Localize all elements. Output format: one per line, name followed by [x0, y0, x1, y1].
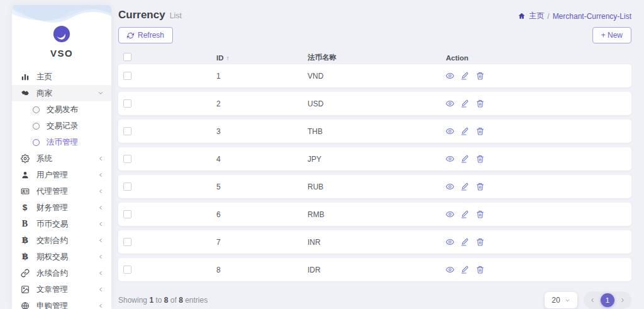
view-icon[interactable] [446, 72, 454, 80]
table-row: 5RUB [118, 175, 631, 198]
bitcoin-icon: ฿ [19, 236, 30, 245]
new-button[interactable]: + New [592, 27, 631, 43]
row-checkbox[interactable] [123, 210, 131, 218]
refresh-label: Refresh [138, 31, 164, 40]
row-currency-cell: VND [304, 72, 442, 81]
edit-icon[interactable] [461, 238, 469, 246]
logo-icon [53, 25, 70, 43]
sort-asc-icon: ↑ [226, 54, 230, 62]
page-subtitle: List [170, 11, 182, 20]
sidebar-item-finance-manage[interactable]: $财务管理 [12, 199, 111, 216]
refresh-button[interactable]: Refresh [118, 27, 173, 43]
sidebar-item-spot-trade[interactable]: B币币交易 [12, 216, 111, 232]
view-icon[interactable] [446, 127, 454, 135]
page-size-select[interactable]: 20 [545, 292, 577, 308]
sidebar-item-options-trade[interactable]: ฿期权交易 [12, 249, 111, 265]
table-header: ID↑ 法币名称 Action [118, 51, 631, 64]
delete-icon[interactable] [476, 155, 484, 163]
page-controls: 1 [584, 291, 631, 309]
dollar-icon: $ [19, 203, 30, 212]
edit-icon[interactable] [461, 72, 469, 80]
row-id-cell: 2 [213, 99, 304, 108]
view-icon[interactable] [446, 266, 454, 274]
prev-page-button[interactable] [586, 294, 599, 306]
page-size-value: 20 [552, 296, 560, 305]
sidebar-item-system[interactable]: 系统 [12, 150, 111, 167]
breadcrumb-home[interactable]: 主页 [529, 11, 544, 21]
table-row: 2USD [118, 92, 631, 115]
delete-icon[interactable] [476, 266, 484, 274]
sidebar: VSO 主页商家交易发布交易记录法币管理系统用户管理代理管理$财务管理B币币交易… [12, 5, 111, 309]
edit-icon[interactable] [461, 183, 469, 191]
row-checkbox[interactable] [123, 99, 131, 108]
sidebar-item-perpetual-contract[interactable]: 永续合约 [12, 265, 111, 281]
row-checkbox[interactable] [123, 183, 131, 191]
row-currency-cell: IDR [304, 266, 442, 274]
home-icon [518, 12, 526, 20]
chevron-left-icon [97, 270, 104, 276]
edit-icon[interactable] [461, 155, 469, 163]
edit-icon[interactable] [461, 99, 469, 108]
chevron-left-icon [97, 172, 104, 178]
edit-icon[interactable] [461, 127, 469, 135]
breadcrumb-current[interactable]: Merchant-Currency-List [553, 12, 631, 21]
pagination: 20 1 [545, 291, 631, 309]
sidebar-item-merchant[interactable]: 商家 [12, 85, 111, 101]
column-header-name[interactable]: 法币名称 [304, 53, 442, 62]
delete-icon[interactable] [476, 99, 484, 108]
sidebar-subitem-trade-publish[interactable]: 交易发布 [12, 101, 111, 118]
sidebar-item-subscription-manage[interactable]: 申购管理 [12, 298, 111, 309]
logo[interactable]: VSO [12, 25, 111, 59]
row-checkbox[interactable] [123, 72, 131, 80]
delete-icon[interactable] [476, 127, 484, 135]
sidebar-item-label: 交易记录 [47, 121, 78, 132]
view-icon[interactable] [446, 99, 454, 108]
row-checkbox[interactable] [123, 127, 131, 135]
sidebar-item-home[interactable]: 主页 [12, 69, 111, 85]
edit-icon[interactable] [461, 266, 469, 274]
delete-icon[interactable] [476, 210, 484, 218]
chevron-right-icon [619, 297, 626, 303]
sidebar-item-delivery-contract[interactable]: ฿交割合约 [12, 232, 111, 249]
row-checkbox[interactable] [123, 155, 131, 163]
view-icon[interactable] [446, 183, 454, 191]
sidebar-item-label: 商家 [36, 88, 97, 99]
radio-circle-icon [33, 139, 40, 146]
sidebar-subitem-fiat-manage[interactable]: 法币管理 [12, 134, 111, 150]
view-icon[interactable] [446, 155, 454, 163]
sidebar-item-label: 系统 [36, 154, 97, 164]
row-id-cell: 7 [213, 238, 304, 247]
radio-circle-icon [33, 123, 40, 130]
row-checkbox[interactable] [123, 266, 131, 274]
sidebar-item-label: 文章管理 [36, 284, 97, 295]
id-card-icon [19, 187, 30, 196]
sidebar-item-label: 交割合约 [36, 235, 97, 246]
view-icon[interactable] [446, 238, 454, 246]
row-currency-cell: RMB [304, 210, 442, 219]
breadcrumb: 主页 / Merchant-Currency-List [518, 11, 631, 21]
table-row: 3THB [118, 120, 631, 143]
refresh-icon [127, 32, 134, 39]
row-id-cell: 1 [213, 72, 304, 81]
column-header-id[interactable]: ID↑ [213, 54, 304, 62]
sidebar-item-user-manage[interactable]: 用户管理 [12, 167, 111, 183]
globe-icon [19, 301, 30, 309]
showing-entries-text: Showing 1 to 8 of 8 entries [118, 296, 208, 305]
row-checkbox[interactable] [123, 238, 131, 246]
view-icon[interactable] [446, 210, 454, 218]
next-page-button[interactable] [616, 294, 629, 306]
select-all-checkbox[interactable] [123, 53, 131, 61]
gear-icon [19, 154, 30, 163]
link-icon [19, 269, 30, 278]
sidebar-item-agent-manage[interactable]: 代理管理 [12, 183, 111, 199]
sidebar-item-article-manage[interactable]: 文章管理 [12, 281, 111, 298]
sidebar-subitem-trade-record[interactable]: 交易记录 [12, 118, 111, 134]
edit-icon[interactable] [461, 210, 469, 218]
delete-icon[interactable] [476, 183, 484, 191]
page-number-button[interactable]: 1 [601, 293, 614, 307]
delete-icon[interactable] [476, 238, 484, 246]
chevron-left-icon [97, 237, 104, 244]
sidebar-item-label: 交易发布 [47, 104, 78, 115]
row-currency-cell: JPY [304, 155, 442, 164]
delete-icon[interactable] [476, 72, 484, 80]
